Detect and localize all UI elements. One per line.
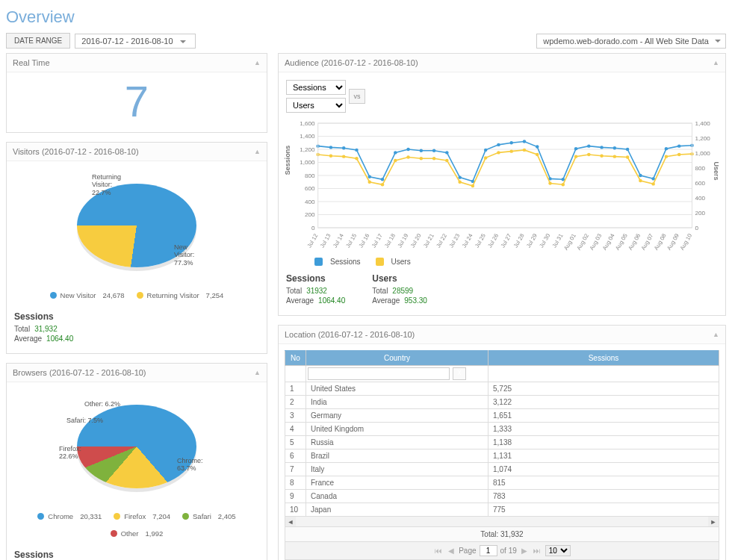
- browsers-pie-chart: Chrome:63.7%Firefox:22.6%Safari: 7.5%Oth…: [62, 390, 211, 502]
- avg-value: 1064.40: [318, 296, 345, 305]
- svg-text:1,000: 1,000: [695, 150, 711, 157]
- svg-point-71: [509, 141, 512, 144]
- horizontal-scrollbar[interactable]: ◄ ►: [285, 517, 719, 527]
- svg-point-82: [651, 177, 654, 180]
- th-no[interactable]: No: [285, 351, 306, 366]
- svg-point-81: [639, 174, 642, 177]
- audience-metric2-select[interactable]: Users: [286, 98, 346, 113]
- svg-text:Jul 16: Jul 16: [357, 233, 370, 249]
- pager-next-button[interactable]: ▶: [520, 547, 529, 555]
- svg-text:Jul 29: Jul 29: [525, 233, 539, 249]
- dropdown-caret-icon: [180, 40, 186, 43]
- svg-text:Jul 13: Jul 13: [319, 233, 332, 249]
- collapse-icon[interactable]: ▲: [254, 59, 261, 66]
- pager-first-button[interactable]: ⏮: [433, 547, 444, 555]
- table-row[interactable]: 9Canada783: [285, 490, 719, 503]
- pager-prev-button[interactable]: ◀: [447, 547, 456, 555]
- table-row[interactable]: 7Italy1,074: [285, 463, 719, 476]
- audience-vs-label: vs: [349, 89, 365, 104]
- table-row[interactable]: 3Germany1,651: [285, 409, 719, 423]
- table-row[interactable]: 2India3,122: [285, 396, 719, 409]
- svg-point-91: [381, 183, 384, 186]
- svg-point-80: [626, 148, 629, 151]
- legend-item: Safari2,405: [182, 512, 236, 520]
- audience-metric1-select[interactable]: Sessions: [286, 80, 346, 95]
- svg-point-112: [651, 182, 654, 185]
- legend-item: Other1,992: [111, 529, 164, 538]
- table-row[interactable]: 6Brazil1,131: [285, 449, 719, 463]
- date-range-button[interactable]: DATE RANGE: [6, 33, 70, 49]
- collapse-icon[interactable]: ▲: [713, 59, 719, 66]
- table-row[interactable]: 8France815: [285, 476, 719, 490]
- pager-last-button[interactable]: ⏭: [532, 547, 542, 555]
- clear-filter-button[interactable]: x: [453, 367, 466, 380]
- svg-text:Jul 22: Jul 22: [435, 233, 448, 249]
- collapse-icon[interactable]: ▲: [713, 331, 719, 338]
- legend-item: Chrome20,331: [37, 512, 102, 520]
- svg-point-77: [587, 144, 590, 147]
- svg-point-100: [497, 151, 500, 154]
- svg-text:Aug 10: Aug 10: [678, 233, 693, 252]
- collapse-icon[interactable]: ▲: [254, 369, 261, 376]
- svg-text:Jul 24: Jul 24: [461, 233, 474, 249]
- svg-text:Jul 15: Jul 15: [344, 233, 358, 249]
- svg-text:600: 600: [305, 186, 315, 193]
- avg-label: Average: [372, 296, 400, 305]
- scroll-right-icon[interactable]: ►: [708, 517, 719, 526]
- browsers-legend: Chrome20,331Firefox7,204Safari2,405Other…: [14, 512, 259, 538]
- svg-point-108: [600, 155, 603, 158]
- svg-text:800: 800: [305, 172, 315, 179]
- avg-label: Average: [14, 335, 42, 343]
- th-sessions[interactable]: Sessions: [488, 351, 719, 366]
- svg-point-95: [432, 157, 435, 160]
- svg-point-88: [342, 155, 345, 158]
- location-total: Total: 31,932: [285, 527, 719, 542]
- pie-slice-label: Other: 6.2%: [84, 400, 120, 408]
- svg-point-107: [587, 153, 590, 156]
- svg-point-99: [484, 156, 487, 159]
- svg-point-89: [355, 157, 358, 160]
- pie-slice-label: Safari: 7.5%: [66, 417, 103, 424]
- svg-point-66: [445, 151, 448, 154]
- pie-slice-label: Chrome:63.7%: [177, 457, 203, 473]
- visitors-pie-chart: NewVisitor:77.3%ReturningVisitor:22.7%: [62, 169, 211, 281]
- sessions-heading: Sessions: [14, 550, 259, 560]
- y-axis-left-label: Sessions: [284, 146, 291, 175]
- pager-size-select[interactable]: 10: [545, 545, 571, 556]
- svg-point-75: [562, 178, 565, 181]
- table-row[interactable]: 1United States5,725: [285, 382, 719, 396]
- scroll-left-icon[interactable]: ◄: [285, 517, 296, 526]
- svg-point-61: [381, 178, 384, 181]
- svg-point-101: [509, 149, 512, 152]
- pie-slice-label: NewVisitor:77.3%: [174, 243, 194, 267]
- legend-item: Firefox7,204: [114, 512, 170, 520]
- svg-point-87: [329, 155, 332, 158]
- date-range-value[interactable]: 2016-07-12 - 2016-08-10: [75, 34, 195, 49]
- legend-item: Returning Visitor7,254: [137, 291, 224, 299]
- svg-text:200: 200: [305, 212, 315, 219]
- svg-text:1,400: 1,400: [300, 134, 315, 140]
- svg-point-59: [355, 149, 358, 152]
- table-row[interactable]: 5Russia1,138: [285, 436, 719, 449]
- svg-point-102: [523, 149, 526, 152]
- panel-visitors-title: Visitors (2016-07-12 - 2016-08-10): [13, 147, 139, 156]
- pager-page-input[interactable]: [480, 545, 497, 556]
- svg-point-93: [406, 155, 409, 158]
- country-filter-input[interactable]: [308, 367, 450, 380]
- panel-realtime: Real Time ▲ 7: [6, 53, 267, 133]
- th-country[interactable]: Country: [306, 351, 488, 366]
- svg-text:600: 600: [695, 180, 706, 187]
- site-view-select[interactable]: wpdemo.web-dorado.com - All Web Site Dat…: [536, 34, 726, 49]
- table-row[interactable]: 4United Kingdom1,333: [285, 423, 719, 436]
- total-label: Total: [372, 287, 388, 295]
- svg-point-92: [394, 159, 397, 162]
- svg-text:1,200: 1,200: [300, 146, 315, 153]
- page-title: Overview: [6, 7, 726, 27]
- table-row[interactable]: 10Japan775: [285, 503, 719, 517]
- svg-text:0: 0: [695, 225, 699, 231]
- collapse-icon[interactable]: ▲: [254, 148, 261, 155]
- svg-text:Jul 20: Jul 20: [409, 233, 423, 249]
- avg-label: Average: [286, 296, 314, 305]
- y-axis-right-label: Users: [713, 161, 720, 180]
- avg-value: 953.30: [404, 296, 427, 305]
